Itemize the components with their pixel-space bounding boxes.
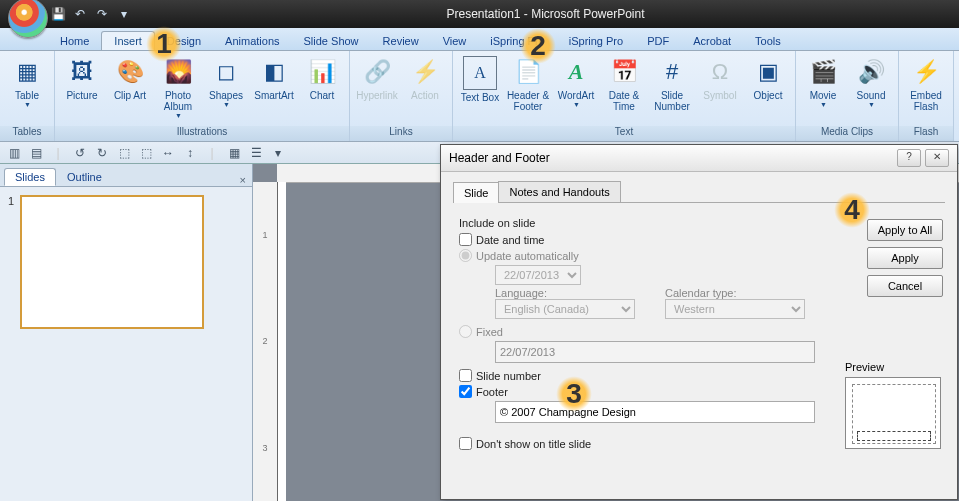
textbox-button[interactable]: AText Box <box>457 54 503 103</box>
toolbar-icon[interactable]: ▤ <box>28 145 44 161</box>
flash-icon: ⚡ <box>910 56 942 88</box>
tab-animations[interactable]: Animations <box>213 32 291 50</box>
smartart-button[interactable]: ◧SmartArt <box>251 54 297 101</box>
tab-ispring1[interactable]: iSpring Pro <box>478 32 556 50</box>
wordart-icon: A <box>560 56 592 88</box>
cancel-button[interactable]: Cancel <box>867 275 943 297</box>
update-auto-radio[interactable]: Update automatically <box>459 249 819 262</box>
header-footer-dialog: Header and Footer ? ✕ Slide Notes and Ha… <box>440 144 958 500</box>
movie-button[interactable]: 🎬Movie▼ <box>800 54 846 109</box>
language-select: English (Canada) <box>495 299 635 319</box>
toolbar-icon[interactable]: ↻ <box>94 145 110 161</box>
group-tables-label: Tables <box>0 126 54 141</box>
shapes-button[interactable]: ◻Shapes▼ <box>203 54 249 109</box>
slide-panel: Slides Outline × 1 <box>0 164 253 501</box>
dialog-tab-slide[interactable]: Slide <box>453 182 499 203</box>
close-button[interactable]: ✕ <box>925 149 949 167</box>
toolbar-icon[interactable]: ↔ <box>160 145 176 161</box>
slide-number-button[interactable]: #Slide Number <box>649 54 695 112</box>
action-icon: ⚡ <box>409 56 441 88</box>
table-button[interactable]: ▦Table▼ <box>4 54 50 109</box>
tab-design[interactable]: Design <box>155 32 213 50</box>
picture-button[interactable]: 🖼Picture <box>59 54 105 101</box>
slide-number-checkbox[interactable]: Slide number <box>459 369 819 382</box>
hyperlink-icon: 🔗 <box>361 56 393 88</box>
apply-button[interactable]: Apply <box>867 247 943 269</box>
textbox-icon: A <box>463 56 497 90</box>
toolbar-icon[interactable]: ↺ <box>72 145 88 161</box>
slide-preview[interactable] <box>20 195 204 329</box>
hyperlink-button: 🔗Hyperlink <box>354 54 400 101</box>
table-icon: ▦ <box>11 56 43 88</box>
movie-icon: 🎬 <box>807 56 839 88</box>
toolbar-icon[interactable]: ⬚ <box>116 145 132 161</box>
include-on-slide-label: Include on slide <box>459 217 819 229</box>
object-button[interactable]: ▣Object <box>745 54 791 101</box>
preview-label: Preview <box>845 361 943 373</box>
chart-icon: 📊 <box>306 56 338 88</box>
clipart-icon: 🎨 <box>114 56 146 88</box>
header-footer-button[interactable]: 📄Header & Footer <box>505 54 551 112</box>
date-select: 22/07/2013 <box>495 265 581 285</box>
chart-button[interactable]: 📊Chart <box>299 54 345 101</box>
preview-panel: Preview <box>845 361 943 449</box>
toolbar-icon[interactable]: ▾ <box>270 145 286 161</box>
tab-ispring2[interactable]: iSpring Pro <box>557 32 635 50</box>
smartart-icon: ◧ <box>258 56 290 88</box>
vertical-ruler: 123 <box>253 182 278 501</box>
object-icon: ▣ <box>752 56 784 88</box>
slide-number-label: 1 <box>8 195 14 329</box>
help-button[interactable]: ? <box>897 149 921 167</box>
toolbar-icon[interactable]: ▥ <box>6 145 22 161</box>
wordart-button[interactable]: AWordArt▼ <box>553 54 599 109</box>
tab-view[interactable]: View <box>431 32 479 50</box>
dont-show-checkbox[interactable]: Don't show on title slide <box>459 437 819 450</box>
clipart-button[interactable]: 🎨Clip Art <box>107 54 153 101</box>
ribbon: ▦Table▼ Tables 🖼Picture 🎨Clip Art 🌄Photo… <box>0 51 959 142</box>
slide-thumbnail[interactable]: 1 <box>8 195 244 329</box>
qat-dropdown-icon[interactable]: ▾ <box>116 6 132 22</box>
tab-acrobat[interactable]: Acrobat <box>681 32 743 50</box>
fixed-date-input <box>495 341 815 363</box>
calendar-label: Calendar type: <box>665 287 805 299</box>
toolbar-icon[interactable]: ⬚ <box>138 145 154 161</box>
apply-to-all-button[interactable]: Apply to All <box>867 219 943 241</box>
slides-tab[interactable]: Slides <box>4 168 56 186</box>
slide-number-icon: # <box>656 56 688 88</box>
symbol-icon: Ω <box>704 56 736 88</box>
group-flash-label: Flash <box>899 126 953 141</box>
shapes-icon: ◻ <box>210 56 242 88</box>
tab-insert[interactable]: Insert <box>101 31 155 50</box>
header-footer-icon: 📄 <box>512 56 544 88</box>
outline-tab[interactable]: Outline <box>56 168 113 186</box>
group-links-label: Links <box>350 126 452 141</box>
toolbar-icon[interactable]: ☰ <box>248 145 264 161</box>
tab-pdf[interactable]: PDF <box>635 32 681 50</box>
tab-review[interactable]: Review <box>371 32 431 50</box>
window-title: Presentation1 - Microsoft PowerPoint <box>132 7 959 21</box>
symbol-button: ΩSymbol <box>697 54 743 101</box>
footer-input[interactable] <box>495 401 815 423</box>
embed-flash-button[interactable]: ⚡Embed Flash <box>903 54 949 112</box>
date-time-checkbox[interactable]: Date and time <box>459 233 819 246</box>
save-icon[interactable]: 💾 <box>50 6 66 22</box>
toolbar-icon[interactable]: ↕ <box>182 145 198 161</box>
date-time-icon: 📅 <box>608 56 640 88</box>
photo-album-icon: 🌄 <box>162 56 194 88</box>
sound-button[interactable]: 🔊Sound▼ <box>848 54 894 109</box>
redo-icon[interactable]: ↷ <box>94 6 110 22</box>
fixed-radio[interactable]: Fixed <box>459 325 819 338</box>
language-label: Language: <box>495 287 635 299</box>
group-illustrations-label: Illustrations <box>55 126 349 141</box>
footer-checkbox[interactable]: Footer <box>459 385 819 398</box>
undo-icon[interactable]: ↶ <box>72 6 88 22</box>
ribbon-tabs: Home Insert Design Animations Slide Show… <box>0 28 959 51</box>
tab-home[interactable]: Home <box>48 32 101 50</box>
photo-album-button[interactable]: 🌄Photo Album▼ <box>155 54 201 120</box>
date-time-button[interactable]: 📅Date & Time <box>601 54 647 112</box>
close-panel-icon[interactable]: × <box>240 174 246 186</box>
tab-slideshow[interactable]: Slide Show <box>292 32 371 50</box>
tab-tools[interactable]: Tools <box>743 32 793 50</box>
dialog-tab-notes[interactable]: Notes and Handouts <box>498 181 620 202</box>
toolbar-icon[interactable]: ▦ <box>226 145 242 161</box>
